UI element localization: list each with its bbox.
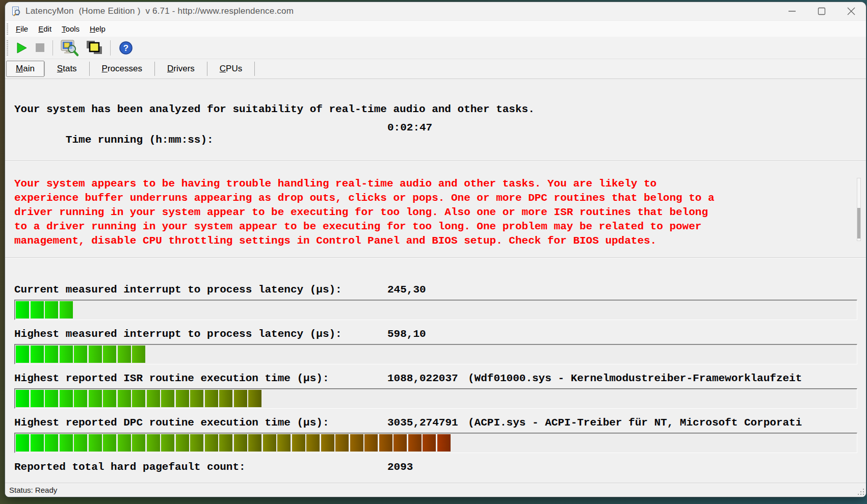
- measurement-label-line: Current measured interrupt to process la…: [5, 284, 866, 296]
- tab-processes[interactable]: Processes: [90, 61, 154, 76]
- bar-segment: [118, 434, 131, 452]
- menu-tools[interactable]: Tools: [57, 23, 84, 35]
- measurement-value: 3035,274791: [387, 417, 458, 429]
- toolbar-grip-handle[interactable]: [7, 40, 8, 56]
- monitor-magnifier-icon: [60, 39, 78, 57]
- bar-segment: [16, 434, 29, 452]
- bar-segment: [74, 390, 87, 407]
- bar-segment: [103, 346, 116, 363]
- help-icon: ?: [118, 40, 134, 56]
- svg-text:?: ?: [123, 43, 128, 53]
- measurement-driver-info: (ACPI.sys - ACPI-Treiber für NT, Microso…: [468, 417, 802, 429]
- bar-segment: [248, 434, 261, 452]
- bar-segment: [379, 434, 392, 452]
- bar-segment: [161, 390, 174, 407]
- close-icon: [839, 4, 863, 19]
- status-bar: Status: Ready: [5, 483, 866, 497]
- bar-segment: [31, 346, 44, 363]
- warning-line: driver running in your system appear to …: [5, 205, 866, 220]
- bar-segment: [147, 434, 160, 452]
- bar-segment: [118, 390, 131, 407]
- resize-grip[interactable]: [858, 489, 864, 495]
- measurement-row: Highest measured interrupt to process la…: [5, 328, 866, 364]
- time-running-line: Time running (h:mm:ss): 0:02:47: [5, 122, 866, 134]
- toolbar: ?: [5, 37, 866, 59]
- time-running-label: Time running (h:mm:ss):: [66, 134, 214, 146]
- tab-cpus[interactable]: CPUs: [207, 61, 254, 76]
- time-running-value: 0:02:47: [387, 122, 432, 134]
- bar-segment: [89, 434, 102, 452]
- scrollbar-thumb[interactable]: [857, 208, 860, 238]
- toolbar-separator: [110, 40, 111, 56]
- window-title: LatencyMon (Home Edition ) v 6.71 - http…: [25, 6, 294, 16]
- bar-segment: [321, 434, 334, 452]
- bar-segment: [176, 390, 189, 407]
- measurement-row: Reported total hard pagefault count:2093: [5, 461, 866, 473]
- bar-segment: [190, 434, 203, 452]
- menu-file[interactable]: File: [11, 23, 33, 35]
- bar-segment: [74, 346, 87, 363]
- analyze-button[interactable]: [60, 39, 78, 57]
- analysis-headline: Your system has been analyzed for suitab…: [5, 103, 866, 116]
- window-controls: [777, 2, 866, 20]
- warning-line: to a driver running in your system appea…: [5, 220, 866, 234]
- bar-segment: [306, 434, 320, 452]
- bar-segment: [364, 434, 378, 452]
- stop-icon: [35, 43, 45, 53]
- bar-segment: [45, 346, 58, 363]
- tab-strip: MainStatsProcessesDriversCPUs: [5, 59, 866, 79]
- bar-segment: [408, 434, 422, 452]
- latency-level-bar: [14, 388, 857, 409]
- measurement-label: Highest reported DPC routine execution t…: [14, 417, 329, 429]
- bar-segment: [45, 390, 58, 407]
- measurement-row: Highest reported DPC routine execution t…: [5, 417, 866, 453]
- app-icon document-magnifier-icon: [11, 6, 21, 16]
- bar-segment: [132, 434, 145, 452]
- measurements-section: Current measured interrupt to process la…: [5, 258, 866, 473]
- menu-items: FileEditToolsHelp: [11, 23, 111, 35]
- bar-segment: [45, 434, 58, 452]
- tab-drivers[interactable]: Drivers: [155, 61, 207, 76]
- latency-level-bar: [14, 344, 857, 364]
- close-button[interactable]: [836, 2, 866, 20]
- menu-grip-handle[interactable]: [7, 23, 8, 35]
- measurement-value: 2093: [387, 461, 413, 473]
- bar-segment: [423, 434, 436, 452]
- bar-segment: [437, 434, 451, 452]
- stop-monitor-button[interactable]: [35, 43, 45, 53]
- help-button[interactable]: ?: [118, 40, 134, 56]
- warning-scrollbar[interactable]: [857, 178, 861, 241]
- bar-segment: [31, 434, 44, 452]
- bar-segment: [292, 434, 305, 452]
- maximize-button[interactable]: [807, 2, 836, 20]
- minimize-icon: [780, 4, 804, 19]
- latency-level-bar: [14, 300, 857, 320]
- bar-segment: [45, 301, 58, 319]
- bar-segment: [248, 390, 261, 407]
- layers-icon: [86, 40, 103, 56]
- latency-level-bar: [14, 433, 857, 453]
- analysis-summary-section: Your system has been analyzed for suitab…: [5, 79, 866, 161]
- minimize-button[interactable]: [777, 2, 807, 20]
- bar-segment: [393, 434, 407, 452]
- menu-help[interactable]: Help: [85, 23, 110, 35]
- bar-segment: [161, 434, 174, 452]
- bar-segment: [89, 390, 102, 407]
- tab-main[interactable]: Main: [6, 61, 44, 77]
- bar-segment: [16, 390, 29, 407]
- menu-bar: FileEditToolsHelp: [5, 20, 866, 37]
- measurement-value: 598,10: [387, 328, 426, 340]
- measurement-label-line: Highest measured interrupt to process la…: [5, 328, 866, 340]
- bar-segment: [234, 434, 247, 452]
- play-icon: [15, 41, 28, 55]
- bar-segment: [89, 346, 102, 363]
- measurement-label: Highest measured interrupt to process la…: [14, 328, 342, 340]
- start-monitor-button[interactable]: [15, 41, 28, 55]
- tab-stats[interactable]: Stats: [45, 61, 89, 76]
- tab-separator: [254, 62, 255, 76]
- windows-button[interactable]: [86, 40, 103, 56]
- menu-edit[interactable]: Edit: [34, 23, 56, 35]
- warning-line: Your system appears to be having trouble…: [5, 177, 866, 191]
- measurement-label-line: Reported total hard pagefault count:2093: [5, 461, 866, 473]
- bar-segment: [132, 346, 145, 363]
